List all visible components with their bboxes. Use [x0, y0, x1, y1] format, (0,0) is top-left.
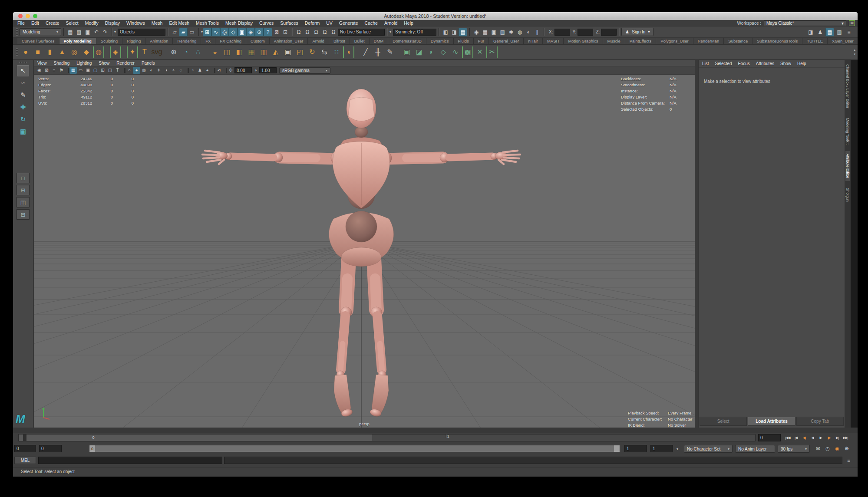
File[interactable]: File [17, 20, 25, 26]
object-mask-button[interactable]: ▰ [179, 28, 188, 36]
step-forward-frame-button[interactable]: ▶| [833, 434, 841, 441]
time-slider-playhead[interactable] [23, 434, 26, 441]
gamma-field[interactable]: 1.00 [259, 67, 277, 73]
symmetry-field[interactable]: Symmetry: Off [393, 29, 436, 36]
anim-layer-dropdown[interactable]: No Anim Layer [735, 445, 775, 453]
show-attribute-editor-button[interactable]: ▤ [825, 28, 834, 36]
use-all-lights-button[interactable]: ☀ [155, 67, 162, 74]
safe-title-button[interactable]: T [114, 67, 121, 74]
boolean-intersection-button[interactable]: ◗ [426, 46, 437, 58]
Edit[interactable]: Edit [31, 20, 39, 26]
script-editor-button[interactable]: ≡ [845, 457, 852, 464]
measure-distance-button[interactable]: ◔ [180, 46, 191, 58]
wireframe-mode-button[interactable]: ○ [125, 67, 133, 74]
surface-magnet-button[interactable]: Ω [303, 28, 312, 36]
wedge-button[interactable]: ◭ [270, 46, 281, 58]
Help[interactable]: Help [404, 20, 413, 26]
snap-together-button[interactable]: ⊙ [255, 28, 264, 36]
View[interactable]: View [37, 61, 47, 66]
pencil-curve-button[interactable]: ✎ [384, 46, 396, 58]
platonic-solid-button[interactable]: ◈ [110, 46, 121, 58]
extract-button[interactable]: ◰ [294, 46, 306, 58]
animation-start-field[interactable]: 0 [14, 445, 36, 452]
history-list-button[interactable]: ▤ [459, 28, 467, 36]
playback-start-field[interactable]: 0 [39, 445, 62, 452]
snap-to-grid-button[interactable]: ⊞ [203, 28, 211, 36]
Custom[interactable]: Custom [246, 38, 270, 44]
textured-mode-button[interactable]: ◐ [148, 67, 155, 74]
MASH[interactable]: MASH [543, 38, 564, 44]
ipr-render-button[interactable]: ▣ [489, 28, 498, 36]
Bullet[interactable]: Bullet [350, 38, 370, 44]
hypershade-button[interactable]: ◍ [515, 28, 524, 36]
General_User[interactable]: General_User [489, 38, 524, 44]
show-humanik-button[interactable]: ♟ [816, 28, 825, 36]
Mesh Tools[interactable]: Mesh Tools [196, 20, 219, 26]
persp-outliner-layout-button[interactable]: ◫ [17, 197, 30, 207]
playback-comment-button[interactable]: ✉ [814, 444, 822, 452]
animation-preferences-button[interactable]: ❋ [843, 444, 851, 452]
FX[interactable]: FX [201, 38, 215, 44]
perspective-viewport[interactable]: View Shading Lighting Show Renderer Pane… [34, 60, 695, 428]
sculpt-tool-button[interactable]: ◖ [343, 46, 354, 58]
Polygons_User[interactable]: Polygons_User [656, 38, 693, 44]
single-pane-layout-button[interactable]: □ [17, 173, 30, 183]
inputs-to-selected-button[interactable]: ◧ [441, 28, 450, 36]
snap-to-curve-button[interactable]: ∿ [211, 28, 220, 36]
combine-button[interactable]: ◒ [209, 46, 221, 58]
resolution-gate-button[interactable]: ▣ [84, 67, 92, 74]
z-coordinate-field[interactable] [601, 29, 617, 36]
undo-button[interactable]: ↶ [92, 28, 101, 36]
PaintEffects[interactable]: PaintEffects [625, 38, 657, 44]
edit-curve-button[interactable]: ╫ [372, 46, 383, 58]
menuset-dropdown[interactable]: Modeling ▾ [20, 28, 61, 36]
Create[interactable]: Create [46, 20, 59, 26]
Curves / Surfaces[interactable]: Curves / Surfaces [17, 38, 59, 44]
playback-end-field[interactable]: 1 [624, 445, 647, 452]
highlight-selection-button[interactable]: ⊡ [281, 28, 290, 36]
Motion Graphics[interactable]: Motion Graphics [564, 38, 603, 44]
title-bar[interactable]: Autodesk Maya 2018 - Student Version: un… [13, 12, 858, 20]
component-mask-button[interactable]: ▭ [188, 28, 196, 36]
hierarchy-mask-button[interactable]: ▱ [170, 28, 179, 36]
workspace-dropdown[interactable]: Maya Classic* ▾ [764, 20, 846, 26]
step-back-key-button[interactable]: ◀| [800, 434, 808, 441]
Edit Mesh[interactable]: Edit Mesh [169, 20, 189, 26]
construction-plane-button[interactable]: ⊕ [168, 46, 179, 58]
FX Caching[interactable]: FX Caching [215, 38, 246, 44]
TURTLE[interactable]: TURTLE [802, 38, 828, 44]
DMM[interactable]: DMM [370, 38, 389, 44]
auto-key-clock-button[interactable]: ◷ [824, 444, 832, 452]
command-language-button[interactable]: MEL [14, 457, 36, 464]
animation-end-field[interactable]: 1 [650, 445, 673, 452]
bookmarks-button[interactable]: ⚑ [58, 67, 65, 74]
poly-cone-button[interactable]: ▲ [56, 46, 68, 58]
Fur[interactable]: Fur [474, 38, 489, 44]
duplicate-face-button[interactable]: ▣ [282, 46, 294, 58]
isolate-select-button[interactable]: ⊲ [215, 67, 223, 74]
Arnold[interactable]: Arnold [308, 38, 329, 44]
Select[interactable]: Select [66, 20, 79, 26]
play-backwards-button[interactable]: ◀ [809, 434, 816, 441]
play-forwards-button[interactable]: ▶ [817, 434, 825, 441]
lock-camera-button[interactable]: ⊠ [43, 67, 50, 74]
lasso-tool-button[interactable]: ∽ [17, 77, 29, 89]
panel-grip[interactable] [19, 62, 27, 63]
exposure-icon[interactable]: ✣ [227, 67, 234, 74]
Curves[interactable]: Curves [259, 20, 274, 26]
Fluids[interactable]: Fluids [454, 38, 474, 44]
select-camera-button[interactable]: ◉ [36, 67, 43, 74]
show-layer-editor-button[interactable]: ≡ [845, 28, 853, 36]
separate-button[interactable]: ◫ [221, 46, 233, 58]
Renderer[interactable]: Renderer [116, 61, 135, 66]
Help[interactable]: Help [797, 61, 806, 66]
move-tool-button[interactable]: ✚ [17, 102, 29, 113]
chevron-down-icon[interactable]: ▾ [114, 30, 116, 34]
render-view-button[interactable]: ◉ [472, 28, 481, 36]
bridge-button[interactable]: ∿ [450, 46, 461, 58]
select-button[interactable]: Select [700, 417, 747, 426]
lock-selection-button[interactable]: ⊠ [272, 28, 281, 36]
target-weld-button[interactable]: ✕ [474, 46, 485, 58]
Lighting[interactable]: Lighting [76, 61, 92, 66]
camera-attributes-button[interactable]: ≡ [50, 67, 58, 74]
